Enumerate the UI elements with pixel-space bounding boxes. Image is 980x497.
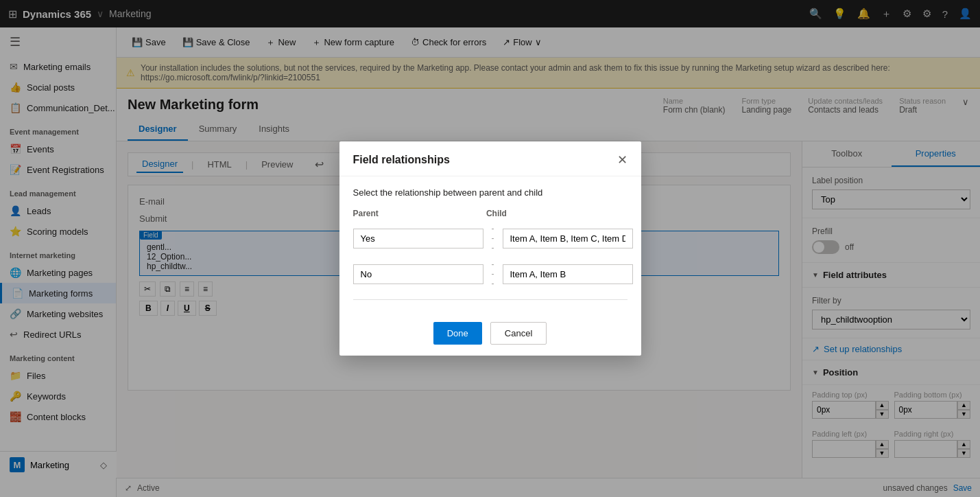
parent-col-label: Parent: [353, 209, 429, 218]
child-input-1[interactable]: [503, 229, 633, 248]
modal-header: Field relationships ✕: [339, 141, 641, 176]
parent-input-1[interactable]: [353, 229, 483, 248]
rel-row-1: - - - 🗑: [353, 224, 628, 253]
rel-row-2: - - - 🗑: [353, 259, 628, 288]
modal-body: Select the relationship between parent a…: [339, 176, 641, 311]
field-relationships-modal: Field relationships ✕ Select the relatio…: [339, 141, 641, 356]
child-input-2[interactable]: [503, 264, 633, 284]
rel-table-header: Parent Child: [353, 209, 628, 218]
done-button[interactable]: Done: [433, 322, 482, 345]
modal-title: Field relationships: [353, 154, 450, 166]
cancel-button[interactable]: Cancel: [490, 322, 547, 345]
modal-overlay[interactable]: Field relationships ✕ Select the relatio…: [0, 0, 980, 497]
modal-footer: Done Cancel: [339, 311, 641, 356]
modal-close-button[interactable]: ✕: [617, 152, 628, 167]
modal-divider: [353, 299, 628, 300]
child-col-label: Child: [486, 209, 600, 218]
modal-subtitle: Select the relationship between parent a…: [353, 187, 628, 198]
parent-input-2[interactable]: [353, 264, 483, 284]
